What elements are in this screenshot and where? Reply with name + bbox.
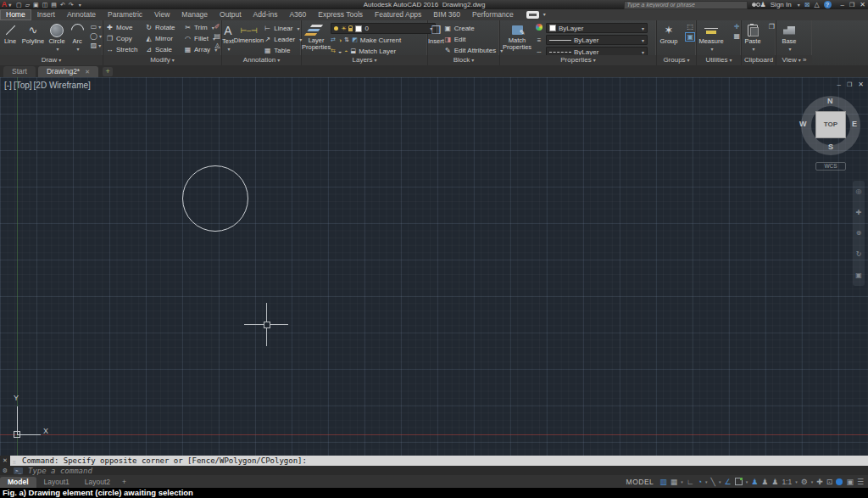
copy-clip-icon[interactable]: ❐ [769, 23, 775, 31]
paste-button[interactable]: Paste [742, 21, 764, 53]
exchange-apps-icon[interactable]: ⊠ [804, 1, 810, 8]
tab-home[interactable]: Home [0, 9, 31, 20]
circle-button[interactable]: Circle [46, 21, 68, 53]
qat-customize-icon[interactable] [77, 2, 81, 8]
command-window-close-icon[interactable]: ✕ [0, 456, 10, 466]
tab-manage[interactable]: Manage [175, 9, 214, 20]
edit-attributes-button[interactable]: ✎Edit Attributes [444, 45, 503, 55]
sign-in-button[interactable]: Sign In [771, 1, 792, 8]
view-panel-label[interactable]: View » [776, 55, 812, 65]
tab-output[interactable]: Output [214, 9, 248, 20]
save-icon[interactable]: ▣ [33, 2, 39, 8]
navigation-bar[interactable]: ◎ ✚ ⊕ ↻ ▣ [853, 181, 865, 286]
plot-icon[interactable]: ▤ [51, 2, 57, 8]
block-panel-label[interactable]: Block [428, 55, 499, 65]
tab-featured-apps[interactable]: Featured Apps [369, 9, 427, 20]
command-input[interactable] [26, 466, 868, 476]
rotate-button[interactable]: ↻Rotate [145, 24, 184, 31]
tab-close-icon[interactable]: ✕ [85, 66, 90, 77]
ortho-mode-icon[interactable]: ∟ [687, 478, 694, 486]
tab-performance[interactable]: Performance [466, 9, 520, 20]
groups-panel-label[interactable]: Groups [657, 55, 696, 65]
linear-button[interactable]: ⊢Linear [264, 23, 302, 33]
tab-annotate[interactable]: Annotate [61, 9, 102, 20]
polyline-button[interactable]: ∿ Polyline [20, 21, 46, 45]
file-tab-drawing2[interactable]: Drawing2* ✕ [38, 66, 98, 77]
mirror-button[interactable]: ◭Mirror [145, 35, 184, 42]
move-button[interactable]: ✚Move [106, 24, 145, 31]
group-button[interactable]: ✶ Group [657, 21, 681, 45]
viewcube-west[interactable]: W [799, 120, 807, 128]
open-file-icon[interactable]: ▱ [25, 2, 30, 8]
dimension-button[interactable]: ⊢–⊣ Dimension [234, 21, 264, 44]
undo-icon[interactable]: ↶ [60, 2, 65, 8]
save-as-icon[interactable]: ◫ [42, 2, 48, 8]
tab-addins[interactable]: Add-ins [248, 9, 284, 20]
annotation-autoscale-icon[interactable]: ♟ [761, 478, 768, 486]
object-color-icon[interactable] [534, 24, 544, 32]
edit-block-button[interactable]: ◨Edit [444, 34, 503, 44]
viewcube-wcs-menu[interactable]: WCS [815, 162, 846, 171]
tab-model[interactable]: Model [0, 477, 36, 488]
layer-tool-icon[interactable]: ◒ [338, 48, 342, 54]
snap-mode-icon[interactable]: ▦ [670, 478, 678, 486]
hardware-acceleration-icon[interactable] [836, 478, 843, 485]
base-button[interactable]: Base [776, 21, 802, 53]
rectangle-icon[interactable]: ▭ [91, 23, 102, 31]
new-drawing-tab-button[interactable]: + [103, 67, 113, 76]
isometric-drafting-icon[interactable]: ╲ [711, 478, 715, 486]
explode-icon[interactable]: ▤ [214, 32, 220, 40]
orbit-icon[interactable]: ↻ [856, 250, 862, 258]
layer-tool-icon[interactable]: ◑ [338, 37, 342, 43]
make-current-button[interactable]: Make Current [360, 36, 401, 44]
close-icon[interactable] [860, 1, 865, 8]
viewcube-east[interactable]: E [852, 120, 857, 128]
grid-display-icon[interactable]: ▥ [659, 478, 667, 486]
layer-tool-icon[interactable]: ◩ [352, 36, 358, 43]
match-properties-button[interactable]: Match Properties [500, 21, 534, 51]
showmotion-icon[interactable]: ▣ [855, 271, 862, 279]
pan-icon[interactable]: ✚ [856, 209, 862, 216]
layer-tool-icon[interactable]: ⇅ [344, 36, 349, 43]
line-button[interactable]: Line [0, 21, 20, 45]
redo-icon[interactable]: ↷ [69, 2, 74, 8]
drawing-canvas[interactable]: [-] [Top] [2D Wireframe] N W E S TOP WCS… [0, 77, 868, 456]
drawn-circle[interactable] [182, 165, 248, 232]
doc-restore-icon[interactable] [847, 81, 852, 88]
insert-button[interactable]: ❒ Insert [428, 21, 444, 45]
viewcube-south[interactable]: S [828, 143, 833, 151]
create-block-button[interactable]: ▣Create [444, 23, 503, 33]
annotation-monitor-icon[interactable]: ✚ [816, 478, 823, 486]
point-icon[interactable]: ✛ [734, 23, 740, 31]
visual-style-control[interactable]: [2D Wireframe] [34, 81, 91, 90]
utilities-panel-label[interactable]: Utilities [697, 55, 741, 65]
isolate-objects-icon[interactable]: ⊡ [826, 478, 833, 486]
layer-properties-button[interactable]: Layer Properties [302, 21, 331, 51]
quick-calc-icon[interactable]: ▦ [733, 32, 740, 40]
measure-button[interactable]: Measure [697, 21, 726, 53]
tab-express-tools[interactable]: Express Tools [312, 9, 369, 20]
tab-insert[interactable]: Insert [31, 9, 61, 20]
file-tab-start[interactable]: Start [3, 66, 36, 77]
modify-panel-label[interactable]: Modify [103, 55, 221, 65]
workspace-switching-icon[interactable]: ⚙ [801, 478, 808, 486]
match-layer-button[interactable]: Match Layer [359, 48, 396, 55]
viewport-menu-control[interactable]: [-] [4, 81, 12, 90]
annotation-scale-value[interactable]: 1:1 [782, 478, 792, 486]
lineweight-select[interactable]: ByLayer [546, 35, 648, 45]
tab-view[interactable]: View [148, 9, 175, 20]
doc-close-icon[interactable] [858, 81, 864, 88]
ellipse-icon[interactable]: ◯ [90, 32, 102, 40]
minimize-icon[interactable] [841, 1, 844, 8]
annotation-panel-label[interactable]: Annotation [222, 55, 301, 65]
a360-icon[interactable]: △ [814, 1, 819, 8]
tab-bim360[interactable]: BIM 360 [427, 9, 466, 20]
layer-tool-icon[interactable]: ⬓ [351, 48, 357, 54]
clean-screen-icon[interactable]: ▣ [846, 478, 854, 486]
full-navigation-wheel-icon[interactable]: ◎ [856, 187, 862, 195]
sign-in-caret-icon[interactable] [796, 1, 800, 8]
restore-icon[interactable] [849, 1, 854, 8]
model-space-button[interactable]: MODEL [626, 478, 654, 486]
application-menu-icon[interactable]: A [0, 0, 13, 9]
customization-icon[interactable]: ☰ [857, 478, 864, 486]
